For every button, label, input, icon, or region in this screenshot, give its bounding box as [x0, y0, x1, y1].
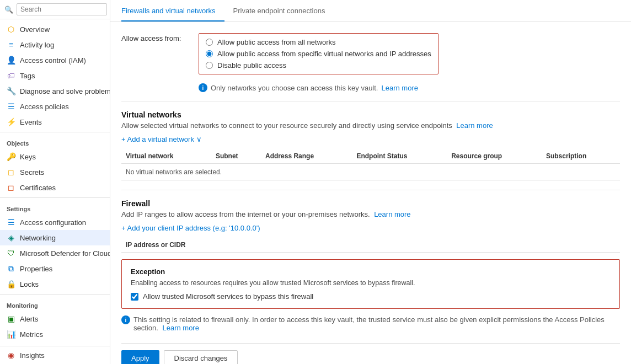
sidebar-item-access-configuration[interactable]: ☰ Access configuration	[0, 215, 110, 230]
col-endpoint-status: Endpoint Status	[352, 149, 447, 164]
exception-box: Exception Enabling access to resources r…	[121, 259, 620, 309]
activity-log-icon: ≡	[7, 40, 15, 49]
sidebar-item-label: Diagnose and solve problems	[20, 87, 110, 95]
col-subnet: Subnet	[211, 149, 261, 164]
radio-specific-vnets-label: Allow public access from specific virtua…	[217, 50, 431, 58]
search-bar: 🔍 «	[0, 0, 110, 19]
firewall-section-desc: Add IP ranges to allow access from the i…	[121, 210, 620, 218]
sidebar-item-locks[interactable]: 🔒 Locks	[0, 276, 110, 292]
access-control-icon: 👤	[7, 56, 15, 65]
sidebar-item-label: Events	[20, 118, 42, 126]
info-learn-more-link[interactable]: Learn more	[381, 84, 418, 92]
add-vnet-link[interactable]: + Add a virtual network ∨	[121, 135, 620, 143]
allow-access-row: Allow access from: Allow public access f…	[121, 33, 620, 74]
no-vnets-text: No virtual networks are selected.	[121, 164, 620, 181]
sidebar-item-label: Locks	[20, 280, 39, 288]
sidebar-item-label: Keys	[20, 153, 36, 161]
bottom-note: i This setting is related to firewall on…	[121, 315, 620, 332]
certificates-icon: ◻	[7, 183, 15, 192]
tab-firewalls[interactable]: Firewalls and virtual networks	[121, 0, 224, 22]
vnet-table: Virtual network Subnet Address Range End…	[121, 149, 620, 181]
discard-button[interactable]: Discard changes	[164, 350, 238, 364]
ip-column-header: IP address or CIDR	[121, 238, 620, 253]
action-buttons: Apply Discard changes	[121, 343, 620, 364]
info-icon: i	[199, 83, 207, 92]
radio-disable-input[interactable]	[206, 62, 213, 69]
radio-all-networks-label: Allow public access from all networks	[217, 38, 336, 46]
sidebar-item-access-control[interactable]: 👤 Access control (IAM)	[0, 52, 110, 68]
sidebar-item-networking[interactable]: ◈ Networking	[0, 230, 110, 245]
radio-specific-vnets-input[interactable]	[206, 50, 213, 57]
radio-all-networks[interactable]: Allow public access from all networks	[206, 38, 431, 46]
sidebar-item-diagnose[interactable]: 🔧 Diagnose and solve problems	[0, 83, 110, 99]
add-ip-link[interactable]: + Add your client IP address (e.g: '10.0…	[121, 224, 620, 232]
properties-icon: ⧉	[7, 264, 15, 273]
sidebar-item-insights[interactable]: ◉ Insights	[0, 346, 110, 364]
bottom-learn-more-link[interactable]: Learn more	[162, 324, 199, 332]
networking-icon: ◈	[7, 233, 15, 242]
sidebar-item-diagnostic-settings[interactable]: ▣ Diagnostic settings	[0, 342, 110, 346]
sidebar-item-access-policies[interactable]: ☰ Access policies	[0, 99, 110, 114]
radio-disable-label: Disable public access	[217, 61, 286, 69]
sidebar-item-label: Alerts	[20, 315, 38, 323]
firewall-section: Firewall Add IP ranges to allow access f…	[121, 199, 620, 253]
sidebar-item-activity-log[interactable]: ≡ Activity log	[0, 37, 110, 52]
sidebar-item-label: Networking	[20, 234, 56, 242]
virtual-networks-section: Virtual networks Allow selected virtual …	[121, 110, 620, 181]
overview-icon: ⬡	[7, 25, 15, 34]
settings-section-header: Settings	[0, 200, 110, 215]
sidebar-item-label: Certificates	[20, 184, 56, 192]
exception-title: Exception	[131, 267, 611, 276]
exception-checkbox-label: Allow trusted Microsoft services to bypa…	[143, 292, 313, 301]
vnet-section-title: Virtual networks	[121, 110, 620, 119]
sidebar-item-defender[interactable]: 🛡 Microsoft Defender for Cloud	[0, 245, 110, 261]
firewall-learn-more-link[interactable]: Learn more	[374, 210, 410, 218]
chevron-down-icon: ∨	[196, 135, 202, 143]
exception-desc: Enabling access to resources requires yo…	[131, 279, 611, 287]
keys-icon: 🔑	[7, 152, 15, 161]
sidebar-item-label: Access policies	[20, 103, 69, 111]
alerts-icon: ▣	[7, 314, 15, 323]
sidebar-item-certificates[interactable]: ◻ Certificates	[0, 180, 110, 195]
sidebar-item-label: Secrets	[20, 168, 44, 176]
radio-disable[interactable]: Disable public access	[206, 61, 431, 69]
vnet-learn-more-link[interactable]: Learn more	[456, 121, 493, 130]
radio-specific-vnets[interactable]: Allow public access from specific virtua…	[206, 50, 431, 58]
sidebar-item-label: Metrics	[20, 330, 43, 339]
search-input[interactable]	[17, 3, 107, 15]
vnet-section-desc: Allow selected virtual networks to conne…	[121, 121, 620, 130]
diagnose-icon: 🔧	[7, 87, 15, 95]
insights-icon: ◉	[7, 351, 15, 360]
metrics-icon: 📊	[7, 330, 15, 339]
exception-checkbox-row[interactable]: Allow trusted Microsoft services to bypa…	[131, 292, 611, 301]
tab-private-endpoints[interactable]: Private endpoint connections	[224, 0, 334, 22]
col-virtual-network: Virtual network	[121, 149, 211, 164]
col-resource-group: Resource group	[447, 149, 542, 164]
sidebar-item-label: Overview	[20, 25, 50, 34]
sidebar-item-keys[interactable]: 🔑 Keys	[0, 149, 110, 164]
main-content: Firewalls and virtual networks Private e…	[110, 0, 631, 364]
radio-group-box: Allow public access from all networks Al…	[199, 33, 439, 74]
tags-icon: 🏷	[7, 71, 15, 80]
objects-section-header: Objects	[0, 135, 110, 149]
secrets-icon: ◻	[7, 168, 15, 176]
sidebar-item-label: Access control (IAM)	[20, 56, 86, 65]
sidebar-item-label: Tags	[20, 72, 35, 80]
events-icon: ⚡	[7, 117, 15, 126]
sidebar-item-overview[interactable]: ⬡ Overview	[0, 22, 110, 37]
sidebar-item-label: Activity log	[20, 41, 54, 49]
allow-access-label: Allow access from:	[121, 33, 188, 42]
sidebar-item-label: Access configuration	[20, 218, 86, 227]
sidebar-item-properties[interactable]: ⧉ Properties	[0, 261, 110, 276]
sidebar-item-secrets[interactable]: ◻ Secrets	[0, 164, 110, 180]
sidebar-item-metrics[interactable]: 📊 Metrics	[0, 326, 110, 342]
locks-icon: 🔒	[7, 280, 15, 288]
radio-all-networks-input[interactable]	[206, 39, 213, 46]
sidebar-item-alerts[interactable]: ▣ Alerts	[0, 311, 110, 326]
sidebar: 🔍 « ⬡ Overview ≡ Activity log 👤 Access c…	[0, 0, 110, 364]
apply-button[interactable]: Apply	[121, 350, 159, 364]
sidebar-item-events[interactable]: ⚡ Events	[0, 114, 110, 130]
exception-checkbox[interactable]	[131, 293, 138, 301]
sidebar-item-tags[interactable]: 🏷 Tags	[0, 68, 110, 83]
col-address-range: Address Range	[261, 149, 352, 164]
